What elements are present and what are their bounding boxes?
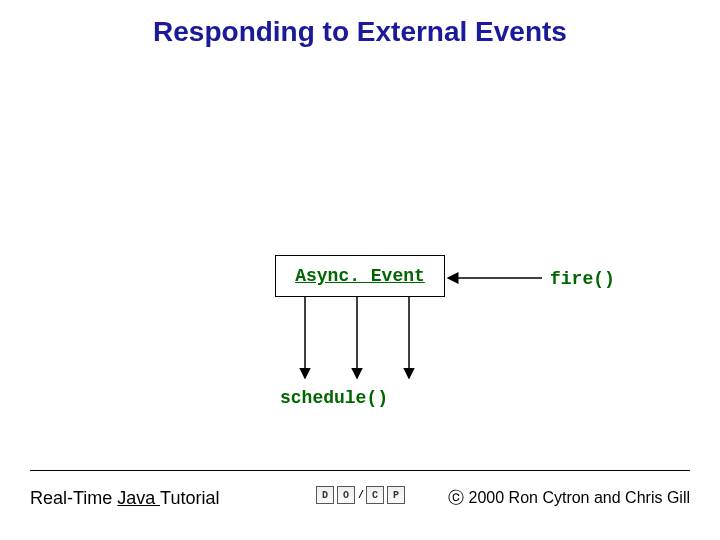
logo-chip: D bbox=[316, 486, 334, 504]
logo-separator: / bbox=[358, 490, 363, 501]
footer-left: Real-Time Java Tutorial bbox=[30, 488, 219, 509]
footer-divider bbox=[30, 470, 690, 471]
logo-chip: O bbox=[337, 486, 355, 504]
footer-copyright: ⓒ 2000 Ron Cytron and Chris Gill bbox=[448, 488, 690, 509]
fire-label: fire() bbox=[550, 269, 615, 289]
footer-logo: D O / C P bbox=[316, 486, 405, 504]
footer-left-prefix: Real-Time bbox=[30, 488, 117, 508]
slide: Responding to External Events Async. Eve… bbox=[0, 0, 720, 540]
slide-title: Responding to External Events bbox=[0, 16, 720, 48]
footer-left-suffix: Tutorial bbox=[160, 488, 219, 508]
logo-chip: P bbox=[387, 486, 405, 504]
async-event-label: Async. Event bbox=[295, 266, 425, 286]
schedule-label: schedule() bbox=[280, 388, 388, 408]
logo-chip: C bbox=[366, 486, 384, 504]
async-event-box: Async. Event bbox=[275, 255, 445, 297]
footer-left-underlined: Java bbox=[117, 488, 160, 508]
